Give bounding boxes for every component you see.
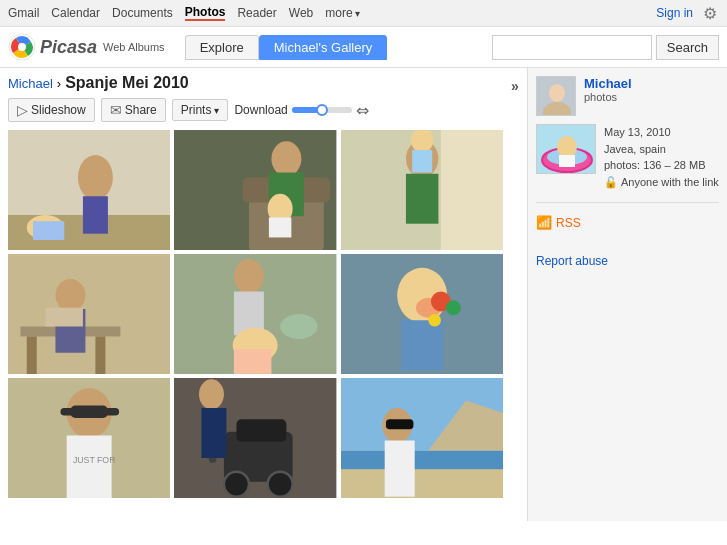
breadcrumb-user-link[interactable]: Michael [8,76,53,91]
svg-point-69 [557,136,577,158]
nav-documents[interactable]: Documents [112,6,173,20]
sign-in-link[interactable]: Sign in [656,6,693,20]
download-section: Download ⇔ [234,101,368,120]
user-name-link[interactable]: Michael [584,76,632,91]
panel-expand-arrow[interactable]: » [511,68,527,521]
photo-cell-7[interactable]: JUST FOR [8,378,170,498]
picasa-header: Picasa Web Albums Explore Michael's Gall… [0,27,727,68]
search-input[interactable] [492,35,652,60]
spacer [536,238,719,246]
picasa-sub-text: Web Albums [103,41,165,53]
photo-5-scene [174,254,336,374]
album-date: May 13, 2010 [604,124,719,141]
svg-rect-20 [412,150,432,172]
right-panel: Michael photos May 13, 2010 [527,68,727,521]
nav-web[interactable]: Web [289,6,313,20]
nav-more[interactable]: more ▾ [325,6,359,20]
photo-cell-4[interactable] [8,254,170,374]
google-nav-right: Sign in ⚙ [656,4,719,22]
svg-rect-50 [237,419,287,441]
user-subtitle: photos [584,91,632,103]
svg-point-11 [272,141,302,176]
photo-grid: JUST FOR [8,130,503,500]
svg-point-4 [78,155,113,200]
rss-icon: 📶 [536,215,552,230]
svg-point-52 [268,472,293,497]
photo-cell-1[interactable] [8,130,170,250]
nav-photos[interactable]: Photos [185,5,226,21]
svg-rect-5 [83,196,108,233]
report-abuse-link[interactable]: Report abuse [536,254,719,268]
photo-6-scene [341,254,503,374]
google-nav-bar: Gmail Calendar Documents Photos Reader W… [0,0,727,27]
svg-rect-62 [384,440,414,496]
photo-cell-3[interactable] [341,130,503,250]
nav-calendar[interactable]: Calendar [51,6,100,20]
lock-icon: 🔓 [604,174,618,191]
user-avatar-image [537,77,576,116]
svg-rect-16 [441,130,503,250]
svg-rect-43 [70,406,107,418]
photo-3-scene [341,130,503,250]
photo-8-scene [174,378,336,498]
svg-rect-59 [341,469,503,498]
svg-point-33 [280,314,317,339]
nav-reader[interactable]: Reader [237,6,276,20]
photo-9-scene [341,378,503,498]
user-info: Michael photos [536,76,719,116]
photo-cell-6[interactable] [341,254,503,374]
album-photo-count: photos: 136 – 28 MB [604,157,719,174]
svg-point-25 [55,279,85,311]
left-panel: Michael › Spanje Mei 2010 ▷ Slideshow ✉ … [0,68,511,521]
svg-point-64 [549,84,565,102]
album-location: Javea, spain [604,141,719,158]
svg-rect-24 [95,336,105,374]
svg-point-51 [224,472,249,497]
svg-rect-45 [104,408,119,415]
share-button[interactable]: ✉ Share [101,98,166,122]
picasa-pinwheel-icon [8,33,36,61]
tab-explore[interactable]: Explore [185,35,259,60]
google-nav-links: Gmail Calendar Documents Photos Reader W… [8,5,360,21]
photo-2-scene [174,130,336,250]
svg-rect-44 [60,408,75,415]
picasa-search: Search [492,35,719,60]
album-details: May 13, 2010 Javea, spain photos: 136 – … [604,124,719,190]
nav-gmail[interactable]: Gmail [8,6,39,20]
breadcrumb-separator: › [57,76,61,91]
download-label: Download [234,103,287,117]
prints-button[interactable]: Prints ▾ [172,99,229,121]
slideshow-button[interactable]: ▷ Slideshow [8,98,95,122]
divider [536,202,719,203]
slider-thumb[interactable] [316,104,328,116]
tab-michaels-gallery[interactable]: Michael's Gallery [259,35,388,60]
svg-rect-46 [67,436,112,498]
album-title: Spanje Mei 2010 [65,74,189,92]
search-button[interactable]: Search [656,35,719,60]
svg-rect-70 [559,155,575,167]
toolbar: ▷ Slideshow ✉ Share Prints ▾ Download ⇔ [8,98,503,122]
rss-link[interactable]: 📶 RSS [536,215,719,230]
share-icon: ✉ [110,102,122,118]
settings-gear-icon[interactable]: ⚙ [701,4,719,22]
size-slider[interactable] [292,107,352,113]
svg-rect-61 [386,419,413,429]
user-text-info: Michael photos [584,76,632,103]
photo-1-scene [8,130,170,250]
picasa-tabs: Explore Michael's Gallery [185,35,388,60]
album-thumb-image [537,125,596,174]
photo-7-scene: JUST FOR [8,378,170,498]
photo-cell-2[interactable] [174,130,336,250]
svg-point-29 [234,259,264,294]
photo-cell-9[interactable] [341,378,503,498]
user-avatar [536,76,576,116]
svg-point-40 [428,314,440,326]
breadcrumb: Michael › Spanje Mei 2010 [8,74,503,92]
picasa-logo: Picasa Web Albums [8,33,165,61]
picasa-text: Picasa [40,37,97,58]
svg-rect-27 [45,308,82,327]
svg-rect-55 [202,408,227,458]
photo-cell-5[interactable] [174,254,336,374]
photo-cell-8[interactable] [174,378,336,498]
expand-arrows-icon[interactable]: ⇔ [356,101,369,120]
